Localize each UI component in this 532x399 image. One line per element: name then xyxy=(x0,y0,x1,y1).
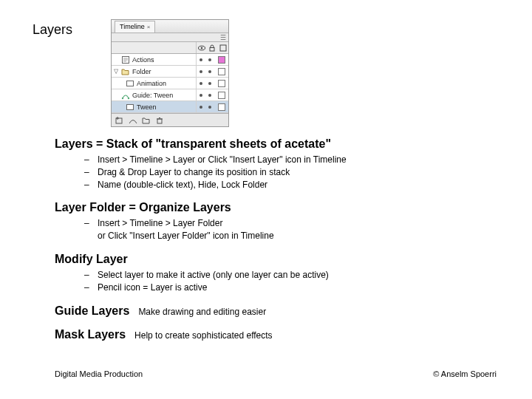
layer-type-icon xyxy=(125,79,135,88)
visibility-dot[interactable] xyxy=(200,106,202,109)
svg-rect-15 xyxy=(157,119,162,123)
delete-layer-icon[interactable] xyxy=(154,115,165,126)
bullet-list: –Insert > Timeline > Layer Folder or Cli… xyxy=(84,217,498,242)
timeline-column-header xyxy=(112,42,228,54)
layer-flags xyxy=(196,78,228,89)
layer-flags xyxy=(196,89,228,100)
lock-dot[interactable] xyxy=(208,58,211,61)
close-icon[interactable]: × xyxy=(147,24,151,30)
outline-swatch[interactable] xyxy=(218,68,225,75)
visibility-dot[interactable] xyxy=(200,94,202,97)
lock-dot[interactable] xyxy=(208,70,211,73)
outline-swatch[interactable] xyxy=(218,80,225,87)
lock-dot[interactable] xyxy=(208,82,211,85)
svg-point-10 xyxy=(128,97,129,98)
layer-row[interactable]: Actions xyxy=(112,54,228,66)
layer-type-icon xyxy=(120,67,131,76)
timeline-tab[interactable]: Timeline × xyxy=(115,21,155,33)
timeline-footer xyxy=(112,113,228,126)
insert-layer-icon[interactable] xyxy=(115,115,125,126)
timeline-subbar: ☰ xyxy=(112,33,228,42)
layer-row[interactable]: Animation xyxy=(112,78,228,89)
page-title: Layers xyxy=(33,22,72,38)
layer-row[interactable]: Tween xyxy=(112,101,228,113)
visibility-dot[interactable] xyxy=(200,82,202,85)
layer-name[interactable]: Folder xyxy=(131,68,196,75)
layer-row[interactable]: ▽Folder xyxy=(112,66,228,78)
svg-rect-3 xyxy=(220,45,226,51)
bullet-item: –Name (double-click text), Hide, Lock Fo… xyxy=(84,179,498,191)
inline-section: Mask LayersHelp to create sophisticated … xyxy=(55,328,498,341)
outline-swatch[interactable] xyxy=(218,103,225,111)
eye-icon[interactable] xyxy=(198,44,205,52)
timeline-header: Timeline × xyxy=(112,20,228,33)
layer-name[interactable]: Animation xyxy=(135,80,196,87)
visibility-dot[interactable] xyxy=(200,58,202,61)
svg-rect-8 xyxy=(127,81,134,86)
outline-icon[interactable] xyxy=(219,44,227,52)
section-heading: Layer Folder = Organize Layers xyxy=(55,201,498,214)
timeline-panel: Timeline × ☰ Actions▽FolderAnimationGuid… xyxy=(111,19,229,127)
bullet-item: –Pencil icon = Layer is active xyxy=(84,282,498,294)
layer-type-icon xyxy=(120,91,131,100)
section-heading: Modify Layer xyxy=(55,253,498,266)
bullet-list: –Select layer to make it active (only on… xyxy=(84,269,498,294)
bullet-list: –Insert > Timeline > Layer or Click "Ins… xyxy=(84,154,498,191)
insert-layer-folder-icon[interactable] xyxy=(141,115,151,126)
outline-swatch[interactable] xyxy=(218,56,225,64)
bullet-item: –Insert > Timeline > Layer Folder or Cli… xyxy=(84,217,498,242)
layer-flags xyxy=(196,54,228,65)
layer-flags xyxy=(196,101,228,112)
svg-point-1 xyxy=(201,47,203,49)
inline-desc: Make drawing and editing easier xyxy=(138,307,266,317)
layer-name[interactable]: Actions xyxy=(131,56,196,64)
lock-dot[interactable] xyxy=(208,106,211,109)
slide-content: Layers = Stack of "transparent sheets of… xyxy=(55,137,498,341)
layer-name[interactable]: Tween xyxy=(135,103,196,111)
insert-motion-guide-icon[interactable] xyxy=(128,115,138,126)
footer-left: Digital Media Production xyxy=(55,369,143,378)
layer-row[interactable]: Guide: Tween xyxy=(112,89,228,101)
timeline-tab-label: Timeline xyxy=(120,23,145,30)
section-heading: Layers = Stack of "transparent sheets of… xyxy=(55,137,498,151)
expand-arrow-icon[interactable]: ▽ xyxy=(112,68,120,75)
visibility-dot[interactable] xyxy=(200,70,202,73)
footer-right: © Anselm Spoerri xyxy=(433,369,497,378)
lock-dot[interactable] xyxy=(208,94,211,97)
outline-swatch[interactable] xyxy=(218,92,225,99)
svg-rect-2 xyxy=(210,47,214,51)
lock-icon[interactable] xyxy=(208,44,216,52)
bullet-item: –Insert > Timeline > Layer or Click "Ins… xyxy=(84,154,498,166)
inline-section: Guide LayersMake drawing and editing eas… xyxy=(55,304,498,318)
inline-heading: Guide Layers xyxy=(55,304,129,318)
bullet-item: –Select layer to make it active (only on… xyxy=(84,269,498,282)
layer-type-icon xyxy=(120,55,131,64)
layer-type-icon xyxy=(125,103,135,112)
svg-rect-11 xyxy=(127,104,134,109)
inline-desc: Help to create sophisticated effects xyxy=(134,330,273,341)
svg-rect-12 xyxy=(116,118,122,123)
bullet-item: –Drag & Drop Layer to change its positio… xyxy=(84,166,498,179)
inline-heading: Mask Layers xyxy=(55,328,126,341)
layer-flags xyxy=(196,66,228,77)
layer-name[interactable]: Guide: Tween xyxy=(131,92,196,99)
svg-point-9 xyxy=(122,97,123,98)
menu-icon[interactable]: ☰ xyxy=(220,34,226,41)
